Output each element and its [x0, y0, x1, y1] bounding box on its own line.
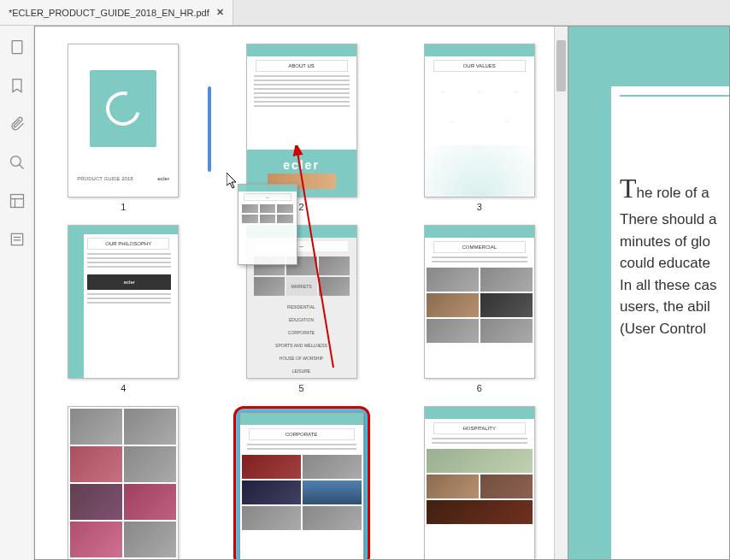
thumbnail-8-selected[interactable]: CORPORATE 8	[233, 406, 370, 560]
thumb-label: 6	[477, 383, 482, 393]
thumbnail-7[interactable]: 7	[61, 406, 186, 560]
page-title: ABOUT US	[256, 60, 348, 72]
menu-item: CORPORATE	[250, 327, 353, 339]
logo-box: ecler	[87, 274, 171, 290]
menu-item: RESIDENTIAL	[250, 301, 353, 314]
cover-brand: ecler	[157, 176, 169, 181]
page-title: CORPORATE	[249, 428, 355, 440]
bookmark-icon[interactable]	[9, 77, 26, 94]
thumbnail-3[interactable]: OUR VALUES ——— —— 3	[417, 44, 543, 212]
svg-rect-6	[11, 233, 22, 245]
menu-item: EDUCATION	[250, 314, 353, 327]
scrollbar-thumb[interactable]	[556, 40, 566, 91]
layout-icon[interactable]	[9, 192, 26, 209]
thumb-label: 1	[121, 202, 126, 212]
main-area: PRODUCT GUIDE 2018 ecler 1 ABOUT US ecle…	[0, 26, 730, 560]
menu-item: HOUSE OF WORSHIP	[250, 352, 353, 365]
logo-text: ecler	[283, 158, 320, 172]
page-title: HOSPITALITY	[433, 422, 526, 434]
cover-subtitle: PRODUCT GUIDE 2018	[77, 176, 132, 181]
thumbnail-9[interactable]: HOSPITALITY 9	[417, 406, 543, 560]
svg-rect-3	[10, 195, 23, 208]
thumbnail-4[interactable]: OUR PHILOSOPHY ecler 4	[61, 225, 186, 393]
preview-line: There should a	[620, 209, 729, 231]
thumb-label: 5	[298, 383, 303, 393]
page-title: COMMERCIAL	[433, 241, 526, 253]
page-icon[interactable]	[9, 38, 26, 56]
thumb-label: 4	[121, 383, 126, 393]
form-icon[interactable]	[9, 231, 26, 248]
thumbnail-1[interactable]: PRODUCT GUIDE 2018 ecler 1	[61, 44, 186, 212]
close-icon[interactable]: ✕	[216, 7, 224, 18]
page-title: OUR VALUES	[433, 60, 526, 72]
thumbnail-6[interactable]: COMMERCIAL 6	[417, 225, 543, 393]
scrollbar[interactable]	[554, 27, 568, 559]
preview-line: In all these cas	[620, 274, 729, 297]
preview-line: minutes of glo	[620, 231, 729, 253]
thumbnails-grid: PRODUCT GUIDE 2018 ecler 1 ABOUT US ecle…	[35, 27, 568, 560]
tab-bar: *ECLER_PRODUCT_GUIDE_2018_EN_HR.pdf ✕	[0, 0, 730, 26]
page-title: OUR PHILOSOPHY	[87, 238, 169, 250]
thumb-label: 2	[298, 202, 303, 212]
tab-filename: *ECLER_PRODUCT_GUIDE_2018_EN_HR.pdf	[9, 8, 209, 18]
svg-point-1	[10, 156, 21, 167]
menu-item: LEISURE	[250, 365, 353, 378]
search-icon[interactable]	[9, 154, 26, 171]
attachment-icon[interactable]	[9, 115, 26, 133]
preview-line: users, the abil	[620, 296, 729, 318]
left-toolbar	[0, 26, 34, 560]
svg-line-2	[19, 165, 23, 169]
preview-line: (User Control	[620, 318, 729, 340]
thumb-label: 3	[477, 202, 482, 212]
preview-panel[interactable]: The role of a There should a minutes of …	[568, 26, 730, 560]
svg-rect-0	[12, 41, 22, 54]
thumbnail-panel: PRODUCT GUIDE 2018 ecler 1 ABOUT US ecle…	[34, 26, 568, 560]
preview-line: could educate	[620, 252, 729, 274]
document-tab[interactable]: *ECLER_PRODUCT_GUIDE_2018_EN_HR.pdf ✕	[0, 0, 233, 25]
preview-text: The role of a There should a minutes of …	[620, 168, 729, 339]
drag-ghost-thumbnail: —	[238, 184, 297, 265]
menu-item: SPORTS AND WELLNESS	[250, 339, 353, 352]
